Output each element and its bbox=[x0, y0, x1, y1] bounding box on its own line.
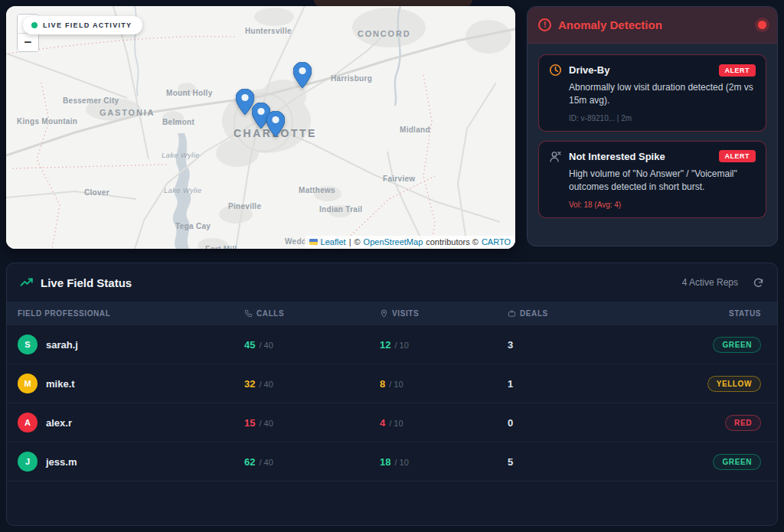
rep-name: sarah.j bbox=[46, 339, 78, 351]
recording-pulse-dot bbox=[758, 21, 766, 29]
avatar: J bbox=[18, 452, 38, 472]
map-marker[interactable] bbox=[293, 62, 312, 88]
map-label: Midland bbox=[400, 126, 430, 134]
status-badge: RED bbox=[725, 415, 761, 431]
active-reps-count: 4 Active Reps bbox=[682, 277, 738, 288]
attribution-separator: | bbox=[349, 237, 351, 246]
avatar: S bbox=[18, 335, 38, 354]
map-label: Fort Mill bbox=[205, 245, 237, 249]
live-field-activity-map[interactable]: HuntersvilleCONCORDHarrisburgMount Holly… bbox=[6, 6, 515, 249]
deals-count: 3 bbox=[508, 339, 669, 351]
user-x-icon bbox=[549, 150, 562, 163]
anomaly-detection-panel: ! Anomaly Detection Drive-By ALERT Abnor… bbox=[527, 6, 778, 246]
deals-count: 1 bbox=[508, 378, 669, 390]
live-field-status-panel: Live Field Status 4 Active Reps FIELD PR… bbox=[6, 263, 778, 526]
map-label: Kings Mountain bbox=[17, 117, 77, 126]
alert-title: Drive-By bbox=[569, 64, 712, 76]
column-calls: CALLS bbox=[244, 309, 380, 318]
zoom-out-button[interactable]: − bbox=[18, 33, 38, 51]
phone-icon bbox=[244, 309, 253, 318]
anomaly-panel-title: Anomaly Detection bbox=[558, 18, 751, 31]
map-label: Matthews bbox=[299, 186, 335, 194]
map-attribution: Leaflet | © OpenStreetMap contributors ©… bbox=[305, 236, 515, 249]
table-row[interactable]: M mike.t 32/ 40 8/ 10 1 YELLOW bbox=[7, 364, 777, 403]
alert-title: Not Interested Spike bbox=[569, 151, 712, 162]
table-title: Live Field Status bbox=[41, 276, 675, 289]
calls-metric: 15/ 40 bbox=[244, 417, 380, 429]
map-label: Harrisburg bbox=[331, 74, 372, 83]
table-row[interactable]: J jess.m 62/ 40 18/ 10 5 GREEN bbox=[7, 442, 777, 481]
live-badge-label: LIVE FIELD ACTIVITY bbox=[43, 21, 132, 29]
carto-link[interactable]: CARTO bbox=[482, 237, 511, 246]
rep-name: mike.t bbox=[46, 378, 75, 390]
map-label: Fairview bbox=[383, 175, 415, 183]
map-label: Lake Wylie bbox=[162, 151, 199, 159]
calls-metric: 32/ 40 bbox=[244, 378, 380, 390]
contributors-text: contributors © bbox=[426, 237, 479, 246]
map-label: Mount Holly bbox=[166, 89, 213, 97]
map-label: Clover bbox=[84, 188, 109, 197]
visits-metric: 18/ 10 bbox=[380, 456, 508, 468]
clock-icon bbox=[549, 64, 562, 77]
leaflet-link[interactable]: Leaflet bbox=[321, 237, 346, 246]
alert-circle-icon: ! bbox=[538, 18, 551, 31]
ukraine-flag-icon bbox=[309, 239, 318, 245]
visits-metric: 4/ 10 bbox=[380, 417, 508, 429]
map-label: Tega Cay bbox=[175, 222, 211, 230]
column-status: STATUS bbox=[669, 309, 761, 318]
rep-name: alex.r bbox=[46, 417, 72, 429]
briefcase-icon bbox=[508, 309, 516, 318]
table-row[interactable]: S sarah.j 45/ 40 12/ 10 3 GREEN bbox=[7, 325, 777, 364]
map-marker[interactable] bbox=[266, 111, 285, 137]
map-label: Bessemer City bbox=[63, 96, 119, 105]
map-label: Indian Trail bbox=[319, 205, 362, 214]
live-status-dot bbox=[31, 22, 38, 28]
column-visits: VISITS bbox=[380, 309, 508, 318]
trending-up-icon bbox=[20, 276, 34, 289]
visits-metric: 12/ 10 bbox=[380, 339, 508, 351]
refresh-icon[interactable] bbox=[753, 277, 764, 289]
status-badge: YELLOW bbox=[707, 376, 761, 392]
anomaly-alert-card[interactable]: Drive-By ALERT Abnormally low visit dura… bbox=[538, 54, 766, 132]
alert-meta: ID: v-89210... | 2m bbox=[569, 114, 756, 122]
table-column-headers: FIELD PROFESSIONAL CALLS VISITS DEALS ST… bbox=[7, 302, 777, 325]
map-label: GASTONIA bbox=[100, 108, 155, 117]
alert-description: High volume of "No Answer" / "Voicemail"… bbox=[569, 168, 756, 194]
rep-name: jess.m bbox=[46, 456, 77, 468]
avatar: M bbox=[18, 374, 38, 393]
avatar: A bbox=[18, 413, 38, 432]
anomaly-panel-header: ! Anomaly Detection bbox=[528, 7, 777, 44]
column-deals: DEALS bbox=[508, 309, 669, 318]
anomaly-alert-card[interactable]: Not Interested Spike ALERT High volume o… bbox=[538, 141, 766, 218]
calls-metric: 62/ 40 bbox=[244, 456, 380, 468]
status-badge: GREEN bbox=[713, 454, 761, 470]
map-label: Huntersville bbox=[245, 27, 292, 35]
table-row[interactable]: A alex.r 15/ 40 4/ 10 0 RED bbox=[7, 403, 777, 442]
visits-metric: 8/ 10 bbox=[380, 378, 508, 390]
alert-badge: ALERT bbox=[719, 64, 756, 77]
calls-metric: 45/ 40 bbox=[244, 339, 380, 351]
map-label: CONCORD bbox=[358, 29, 410, 38]
copyright-sign: © bbox=[354, 237, 360, 246]
alert-badge: ALERT bbox=[719, 150, 756, 162]
status-badge: GREEN bbox=[713, 337, 761, 353]
table-panel-header: Live Field Status 4 Active Reps bbox=[7, 263, 777, 302]
map-label: Belmont bbox=[162, 118, 194, 126]
map-label: Lake Wylie bbox=[164, 186, 201, 194]
column-field-professional: FIELD PROFESSIONAL bbox=[18, 309, 244, 318]
alert-description: Abnormally low visit duration detected (… bbox=[569, 81, 756, 108]
live-field-activity-badge: LIVE FIELD ACTIVITY bbox=[23, 16, 142, 34]
map-label: Pineville bbox=[228, 202, 261, 211]
openstreetmap-link[interactable]: OpenStreetMap bbox=[364, 237, 423, 246]
map-pin-icon bbox=[380, 309, 388, 318]
deals-count: 5 bbox=[508, 456, 669, 468]
deals-count: 0 bbox=[508, 417, 669, 429]
alert-meta: Vol: 18 (Avg: 4) bbox=[569, 201, 756, 209]
